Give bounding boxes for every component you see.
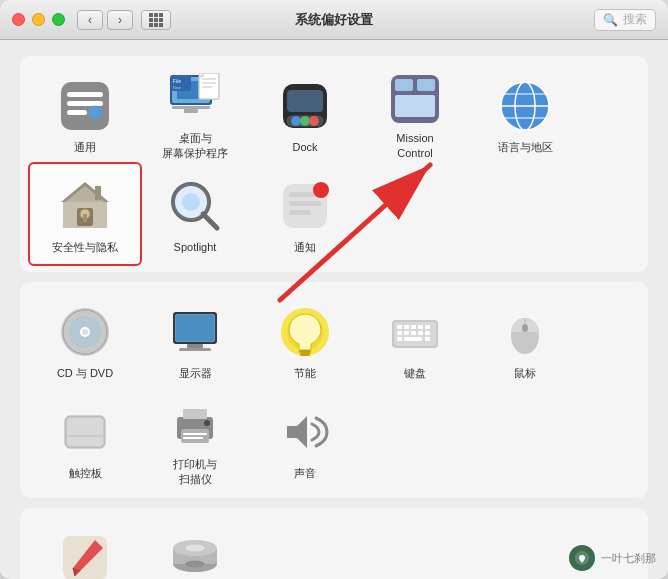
svg-rect-79: [67, 418, 103, 446]
watermark-avatar: [569, 545, 595, 571]
sound-icon: [277, 404, 333, 460]
traffic-lights: [12, 13, 65, 26]
minimize-button[interactable]: [32, 13, 45, 26]
svg-rect-26: [395, 95, 435, 117]
search-box[interactable]: 🔍 搜索: [594, 9, 656, 31]
svg-point-19: [291, 116, 301, 126]
svg-rect-44: [289, 210, 311, 215]
svg-rect-63: [404, 325, 409, 329]
dock-label: Dock: [292, 140, 317, 154]
svg-rect-53: [187, 344, 203, 348]
pref-ink[interactable]: Ink: [30, 516, 140, 579]
desktop-icon: File New: [167, 72, 223, 125]
svg-rect-11: [202, 78, 216, 80]
keyboard-label: 键盘: [404, 366, 426, 380]
search-icon: 🔍: [603, 13, 618, 27]
svg-rect-2: [67, 101, 103, 106]
pref-cd[interactable]: CD 与 DVD: [30, 290, 140, 390]
svg-point-4: [88, 105, 102, 119]
svg-rect-74: [425, 337, 430, 341]
pref-display[interactable]: 显示器: [140, 290, 250, 390]
general-label: 通用: [74, 140, 96, 154]
pref-mission[interactable]: Mission Control: [360, 64, 470, 164]
svg-rect-82: [181, 429, 209, 443]
svg-point-21: [309, 116, 319, 126]
desktop-label: 桌面与 屏幕保护程序: [162, 131, 228, 160]
svg-point-40: [182, 193, 200, 211]
svg-line-39: [203, 214, 217, 228]
content-area: 通用: [0, 40, 668, 579]
system-preferences-window: ‹ › 系统偏好设置 🔍 搜索: [0, 0, 668, 579]
pref-notifications[interactable]: 通知: [250, 164, 360, 264]
pref-mouse[interactable]: 鼠标: [470, 290, 580, 390]
svg-rect-73: [404, 337, 422, 341]
printer-icon: [167, 398, 223, 451]
pref-spotlight[interactable]: Spotlight: [140, 164, 250, 264]
svg-rect-12: [202, 82, 216, 84]
pref-trackpad[interactable]: 触控板: [30, 390, 140, 490]
svg-rect-1: [67, 92, 103, 97]
trackpad-icon: [57, 404, 113, 460]
language-label: 语言与地区: [498, 140, 553, 154]
svg-rect-66: [425, 325, 430, 329]
back-button[interactable]: ‹: [77, 10, 103, 30]
svg-rect-70: [418, 331, 423, 335]
svg-rect-69: [411, 331, 416, 335]
svg-rect-72: [397, 337, 402, 341]
svg-text:File: File: [173, 78, 181, 84]
svg-rect-36: [95, 186, 101, 200]
titlebar: ‹ › 系统偏好设置 🔍 搜索: [0, 0, 668, 40]
search-placeholder: 搜索: [623, 11, 647, 28]
svg-point-20: [300, 116, 310, 126]
svg-rect-8: [172, 106, 210, 109]
maximize-button[interactable]: [52, 13, 65, 26]
svg-rect-54: [179, 348, 211, 351]
pref-sound[interactable]: 声音: [250, 390, 360, 490]
section-extra-grid: Ink 启动磁盘: [30, 516, 638, 579]
close-button[interactable]: [12, 13, 25, 26]
section-personal: 通用: [20, 56, 648, 272]
pref-desktop[interactable]: File New 桌面与 屏幕保护程序: [140, 64, 250, 164]
section-extra: Ink 启动磁盘: [20, 508, 648, 579]
grid-view-button[interactable]: [141, 10, 171, 30]
grid-icon: [149, 13, 163, 27]
energy-label: 节能: [294, 366, 316, 380]
svg-rect-13: [202, 86, 212, 88]
security-icon: [57, 178, 113, 234]
svg-rect-22: [287, 90, 323, 112]
svg-point-77: [522, 324, 528, 332]
mission-label: Mission Control: [396, 131, 433, 160]
printer-label: 打印机与 扫描仪: [173, 457, 217, 486]
section-hardware-grid: CD 与 DVD: [30, 290, 638, 490]
pref-security[interactable]: 安全性与隐私: [30, 164, 140, 264]
pref-energy[interactable]: 节能: [250, 290, 360, 390]
notifications-label: 通知: [294, 240, 316, 254]
pref-general[interactable]: 通用: [30, 64, 140, 164]
pref-dock[interactable]: Dock: [250, 64, 360, 164]
svg-rect-55: [176, 315, 214, 341]
svg-rect-3: [67, 110, 87, 115]
svg-rect-85: [183, 409, 207, 419]
spotlight-icon: [167, 178, 223, 234]
svg-rect-83: [183, 433, 207, 435]
mouse-icon: [497, 304, 553, 360]
startup-icon: [167, 530, 223, 579]
svg-rect-68: [404, 331, 409, 335]
mouse-label: 鼠标: [514, 366, 536, 380]
svg-rect-71: [425, 331, 430, 335]
spotlight-label: Spotlight: [174, 240, 217, 254]
pref-startup[interactable]: 启动磁盘: [140, 516, 250, 579]
svg-rect-64: [411, 325, 416, 329]
svg-rect-9: [184, 109, 198, 113]
forward-button[interactable]: ›: [107, 10, 133, 30]
svg-point-93: [185, 560, 205, 567]
notifications-icon: [277, 178, 333, 234]
pref-printer[interactable]: 打印机与 扫描仪: [140, 390, 250, 490]
pref-language[interactable]: 语言与地区: [470, 64, 580, 164]
svg-point-50: [82, 329, 88, 335]
cd-label: CD 与 DVD: [57, 366, 113, 380]
svg-point-92: [185, 544, 205, 551]
main-content: 通用: [0, 40, 668, 579]
pref-keyboard[interactable]: 键盘: [360, 290, 470, 390]
window-title: 系统偏好设置: [295, 11, 373, 29]
